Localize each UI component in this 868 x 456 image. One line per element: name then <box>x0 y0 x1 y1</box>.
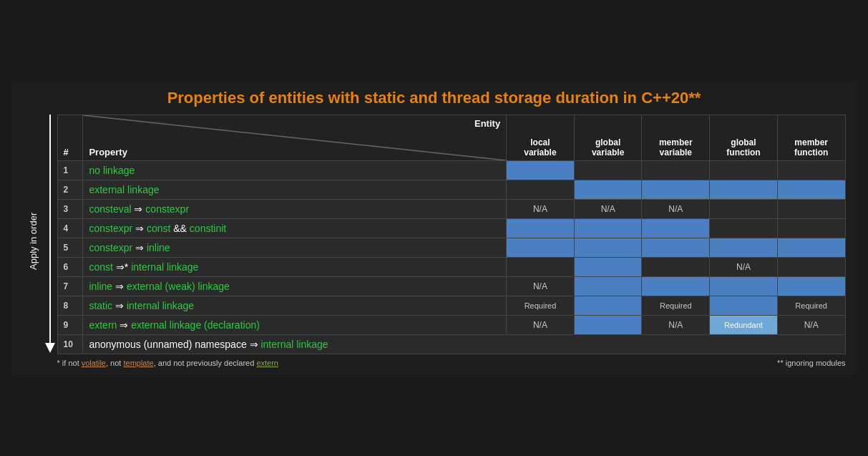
data-cell: Required <box>507 296 575 316</box>
table-row: 8 static ⇒ internal linkage Required Req… <box>57 296 845 316</box>
row-property: constexpr ⇒ inline <box>83 238 507 258</box>
data-cell <box>777 180 845 200</box>
header-member-function: member function <box>777 115 845 161</box>
row-property: no linkage <box>83 161 507 180</box>
data-cell <box>777 161 845 180</box>
data-cell: Required <box>642 296 710 316</box>
row-property: external linkage <box>83 180 507 200</box>
data-cell: N/A <box>777 316 845 335</box>
table-row: 5 constexpr ⇒ inline <box>57 238 845 258</box>
table-row: 4 constexpr ⇒ const && constinit <box>57 219 845 238</box>
data-cell <box>710 296 778 316</box>
data-cell <box>710 238 778 258</box>
data-cell <box>574 316 642 335</box>
footnote-left: * if not volatile, not template, and not… <box>57 359 278 367</box>
data-cell <box>642 161 710 180</box>
data-cell <box>642 219 710 238</box>
row-property: anonymous (unnamed) namespace ⇒ internal… <box>83 335 845 354</box>
data-cell <box>507 180 575 200</box>
data-cell <box>777 219 845 238</box>
table-wrapper: # Entity Property local variable <box>57 115 846 367</box>
data-cell: N/A <box>642 200 710 219</box>
data-cell <box>710 219 778 238</box>
data-cell <box>710 180 778 200</box>
data-cell <box>777 277 845 296</box>
entity-label: Entity <box>89 118 500 129</box>
data-cell: N/A <box>507 316 575 335</box>
table-row: 9 extern ⇒ external linkage (declaration… <box>57 316 845 335</box>
footnote: * if not volatile, not template, and not… <box>57 354 846 367</box>
header-global-function: global function <box>710 115 778 161</box>
row-num: 2 <box>57 180 83 200</box>
data-cell <box>710 200 778 219</box>
row-property: inline ⇒ external (weak) linkage <box>83 277 507 296</box>
row-num: 3 <box>57 200 83 219</box>
row-property: const ⇒* internal linkage <box>83 258 507 277</box>
header-local-variable: local variable <box>507 115 575 161</box>
footnote-right: ** ignoring modules <box>777 359 845 367</box>
data-cell <box>777 200 845 219</box>
data-cell <box>507 238 575 258</box>
row-num: 8 <box>57 296 83 316</box>
data-cell: Redundant <box>710 316 778 335</box>
data-cell: Required <box>777 296 845 316</box>
table-row: 7 inline ⇒ external (weak) linkage N/A <box>57 277 845 296</box>
property-label: Property <box>89 147 500 157</box>
data-cell: N/A <box>642 316 710 335</box>
data-cell <box>710 277 778 296</box>
main-table: # Entity Property local variable <box>57 115 846 354</box>
row-num: 10 <box>57 335 83 354</box>
table-body: 1 no linkage 2 external linkage <box>57 161 845 354</box>
header-num: # <box>57 115 83 161</box>
data-cell <box>574 180 642 200</box>
row-num: 6 <box>57 258 83 277</box>
data-cell <box>710 161 778 180</box>
row-num: 9 <box>57 316 83 335</box>
header-global-variable: global variable <box>574 115 642 161</box>
row-num: 7 <box>57 277 83 296</box>
data-cell <box>642 180 710 200</box>
row-num: 4 <box>57 219 83 238</box>
data-cell <box>642 277 710 296</box>
row-num: 5 <box>57 238 83 258</box>
table-header-row: # Entity Property local variable <box>57 115 845 161</box>
header-entity-property: Entity Property <box>83 115 507 161</box>
data-cell <box>642 238 710 258</box>
data-cell <box>574 258 642 277</box>
row-property: consteval ⇒ constexpr <box>83 200 507 219</box>
table-row: 1 no linkage <box>57 161 845 180</box>
side-label-text: Apply in order <box>27 212 38 269</box>
content-area: Apply in order # <box>23 115 846 367</box>
table-row: 2 external linkage <box>57 180 845 200</box>
data-cell <box>574 161 642 180</box>
data-cell <box>574 238 642 258</box>
page-title: Properties of entities with static and t… <box>23 89 846 107</box>
data-cell: N/A <box>574 200 642 219</box>
data-cell <box>574 219 642 238</box>
table-row: 6 const ⇒* internal linkage N/A <box>57 258 845 277</box>
row-property: constexpr ⇒ const && constinit <box>83 219 507 238</box>
table-row: 3 consteval ⇒ constexpr N/A N/A N/A <box>57 200 845 219</box>
data-cell: N/A <box>507 200 575 219</box>
data-cell: N/A <box>710 258 778 277</box>
table-row: 10 anonymous (unnamed) namespace ⇒ inter… <box>57 335 845 354</box>
data-cell: N/A <box>507 277 575 296</box>
data-cell <box>574 296 642 316</box>
data-cell <box>777 258 845 277</box>
data-cell <box>507 258 575 277</box>
row-property: static ⇒ internal linkage <box>83 296 507 316</box>
row-property: extern ⇒ external linkage (declaration) <box>83 316 507 335</box>
data-cell <box>642 258 710 277</box>
header-member-variable: member variable <box>642 115 710 161</box>
main-container: Properties of entities with static and t… <box>12 82 857 374</box>
data-cell <box>574 277 642 296</box>
data-cell <box>507 161 575 180</box>
data-cell <box>777 238 845 258</box>
data-cell <box>507 219 575 238</box>
row-num: 1 <box>57 161 83 180</box>
side-label: Apply in order <box>23 115 43 367</box>
